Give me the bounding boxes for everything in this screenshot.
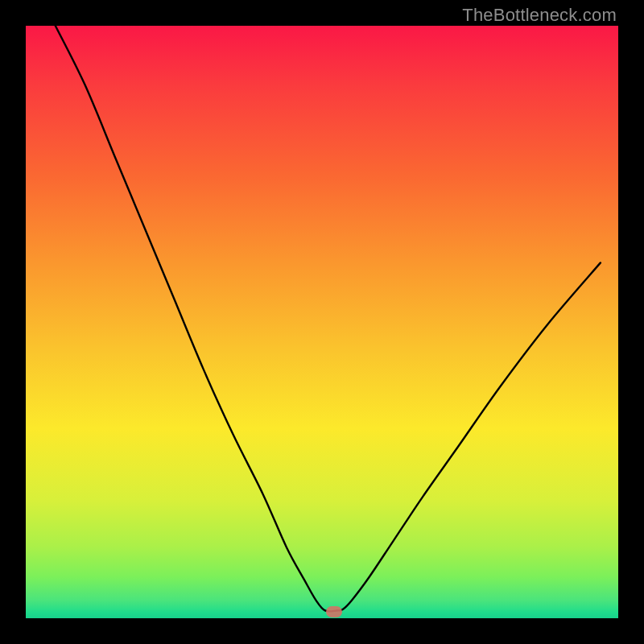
minimum-marker	[326, 606, 342, 617]
plot-area	[26, 26, 618, 618]
watermark-text: TheBottleneck.com	[462, 5, 617, 26]
bottleneck-curve	[26, 26, 618, 618]
chart-frame: TheBottleneck.com	[0, 0, 644, 644]
